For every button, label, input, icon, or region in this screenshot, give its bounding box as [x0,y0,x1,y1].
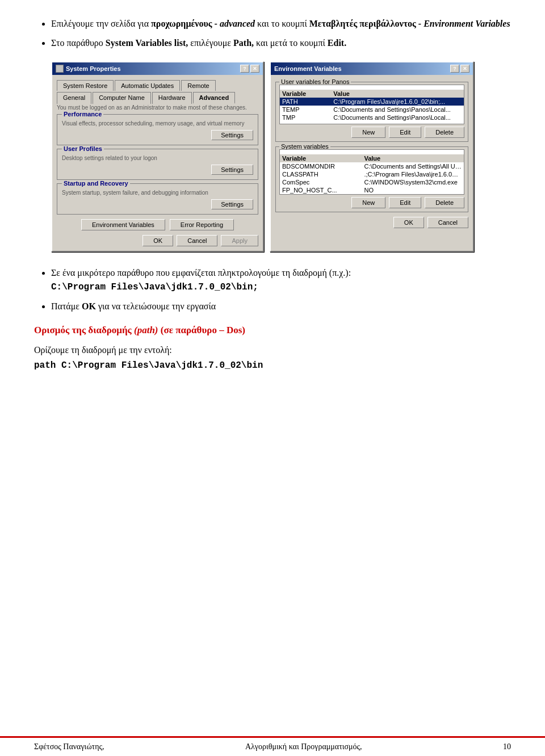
error-reporting-button[interactable]: Error Reporting [170,219,234,230]
intro-bullet-1: Επιλέγουμε την σελίδα για προχωρημένους … [51,17,511,31]
env-vars-bottom-buttons: OK Cancel [275,217,468,228]
user-variables-table: Variable Value PATH C:\Program Files\Jav… [280,90,464,121]
sys-table-header: Variable Value [280,154,464,162]
intro-b1-bold2: Μεταβλητές περιβάλλοντος [309,19,416,28]
performance-text: Visual effects, processor scheduling, me… [62,120,253,127]
env-vars-title: Environment Variables [274,65,342,72]
performance-settings-button[interactable]: Settings [211,130,253,140]
user-row-tmp[interactable]: TMP C:\Documents and Settings\Panos\Loca… [280,114,464,121]
section-heading-italic: (path) [134,325,158,335]
user-new-button[interactable]: New [351,127,385,138]
system-variables-table-scroll: Variable Value BDSCOMMONDIR C:\Documents… [279,149,464,195]
startup-text: System startup, system failure, and debu… [62,190,253,196]
environment-variables-button[interactable]: Environment Variables [81,219,165,230]
sys-new-button[interactable]: New [351,197,385,208]
sys-row-numproc-var: NUMBER_OF_P... [280,194,362,195]
env-vars-body: User variables for Panos Variable Value [271,75,473,233]
user-col-value: Value [331,90,464,98]
tab-system-restore[interactable]: System Restore [57,80,114,91]
user-row-path-var: PATH [280,98,331,106]
env-vars-ok-button[interactable]: OK [393,217,424,228]
sys-col-variable: Variable [280,154,362,162]
sys-row-bds[interactable]: BDSCOMMONDIR C:\Documents and Settings\A… [280,162,464,170]
sys-row-classpath-var: CLASSPATH [280,170,362,178]
sys-props-tab-row1: System Restore Automatic Updates Remote [57,79,258,90]
section-heading-text: Ορισμός της διαδρομής [34,325,134,335]
system-variables-table: Variable Value BDSCOMMONDIR C:\Documents… [280,154,464,195]
section-heading-post: (σε παράθυρο – Dos) [158,325,245,335]
sys-props-bottom-buttons: OK Cancel Apply [57,235,258,246]
intro-b1-bold: προχωρημένους - [151,19,220,28]
user-col-variable: Variable [280,90,331,98]
sys-props-ok-button[interactable]: OK [142,235,173,246]
user-row-tmp-var: TMP [280,114,331,121]
intro-b2-post: επιλέγουμε [188,38,233,48]
user-row-temp-val: C:\Documents and Settings\Panos\Local... [331,106,464,114]
sys-row-bds-var: BDSCOMMONDIR [280,162,362,170]
sys-row-numproc-val: 2 [362,194,464,195]
bullets2-item2: Πατάμε OK για να τελειώσουμε την εργασία [51,300,511,313]
b2-code: C:\Program Files\Java\jdk1.7.0_02\bin; [51,282,258,292]
user-vars-buttons-row: New Edit Delete [279,127,464,138]
sys-row-numproc[interactable]: NUMBER_OF_P... 2 [280,194,464,195]
env-vars-help-button[interactable]: ? [450,65,459,73]
tab-advanced[interactable]: Advanced [193,92,236,104]
screenshot-container: System Properties ? ✕ System Restore Aut… [51,61,511,252]
tab-automatic-updates[interactable]: Automatic Updates [115,80,180,91]
user-profiles-label: User Profiles [62,145,104,152]
env-vars-titlebar-buttons[interactable]: ? ✕ [450,65,469,73]
sys-row-comspec[interactable]: ComSpec C:\WINDOWS\system32\cmd.exe [280,178,464,186]
sys-row-comspec-val: C:\WINDOWS\system32\cmd.exe [362,178,464,186]
user-row-tmp-val: C:\Documents and Settings\Panos\Local... [331,114,464,121]
intro-b1-italic: advanced [220,19,255,28]
env-vars-btn-row: Environment Variables Error Reporting [57,219,258,230]
user-row-temp[interactable]: TEMP C:\Documents and Settings\Panos\Loc… [280,106,464,114]
sys-row-fp[interactable]: FP_NO_HOST_C... NO [280,186,464,194]
tab-general[interactable]: General [57,92,91,104]
b2-item2-pre: Πατάμε [51,301,82,311]
sys-props-apply-button[interactable]: Apply [221,235,258,246]
user-edit-button[interactable]: Edit [389,127,421,138]
user-row-path[interactable]: PATH C:\Program Files\Java\jre1.6.0_02\b… [280,98,464,106]
intro-b2-pre: Στο παράθυρο [51,38,106,48]
user-delete-button[interactable]: Delete [425,127,464,138]
sys-row-bds-val: C:\Documents and Settings\All Users\D... [362,162,464,170]
sys-edit-button[interactable]: Edit [389,197,421,208]
tab-computer-name[interactable]: Computer Name [93,92,151,104]
env-vars-title-area: Environment Variables [274,65,342,72]
intro-bullet-list: Επιλέγουμε την σελίδα για προχωρημένους … [51,17,511,50]
sys-props-help-button[interactable]: ? [240,65,249,73]
user-row-temp-var: TEMP [280,106,331,114]
startup-settings-button[interactable]: Settings [211,199,253,209]
sys-props-close-button[interactable]: ✕ [250,65,259,73]
sys-props-cancel-button[interactable]: Cancel [177,235,217,246]
b2-item2-bold: OK [82,301,96,311]
sys-props-titlebar: System Properties ? ✕ [52,62,263,75]
sys-vars-buttons-row: New Edit Delete [279,197,464,208]
sys-delete-button[interactable]: Delete [425,197,464,208]
tab-hardware[interactable]: Hardware [152,92,192,104]
intro-b1-bold2-italic: - Environment Variables [416,19,510,28]
system-properties-dialog: System Properties ? ✕ System Restore Aut… [51,61,264,252]
env-vars-close-button[interactable]: ✕ [460,65,469,73]
startup-section: Startup and Recovery System startup, sys… [57,183,258,215]
sys-row-fp-var: FP_NO_HOST_C... [280,186,362,194]
sys-props-titlebar-buttons[interactable]: ? ✕ [240,65,259,73]
sys-props-body: System Restore Automatic Updates Remote … [52,75,263,251]
env-vars-titlebar: Environment Variables ? ✕ [271,62,473,75]
footer-right: 10 [503,742,511,751]
sys-props-info: You must be logged on as an Administrato… [57,104,258,111]
user-profiles-section: User Profiles Desktop settings related t… [57,149,258,180]
intro-b2-bold: System Variables list, [106,38,188,48]
user-profiles-settings-button[interactable]: Settings [211,165,253,175]
tab-remote[interactable]: Remote [181,80,216,91]
b2-item2-post: για να τελειώσουμε την εργασία [96,301,216,311]
sys-row-classpath[interactable]: CLASSPATH .;C:\Program Files\Java\jre1.6… [280,170,464,178]
user-variables-table-scroll: Variable Value PATH C:\Program Files\Jav… [279,85,464,124]
sys-props-title-area: System Properties [56,65,121,73]
def-text2: path C:\Program Files\Java\jdk1.7.0_02\b… [34,360,263,371]
b2-pre: Σε ένα μικρότερο παράθυρο που εμφανίζετα… [51,268,351,278]
env-vars-cancel-button[interactable]: Cancel [427,217,468,228]
sys-row-fp-val: NO [362,186,464,194]
bullets2-item1: Σε ένα μικρότερο παράθυρο που εμφανίζετα… [51,266,511,294]
